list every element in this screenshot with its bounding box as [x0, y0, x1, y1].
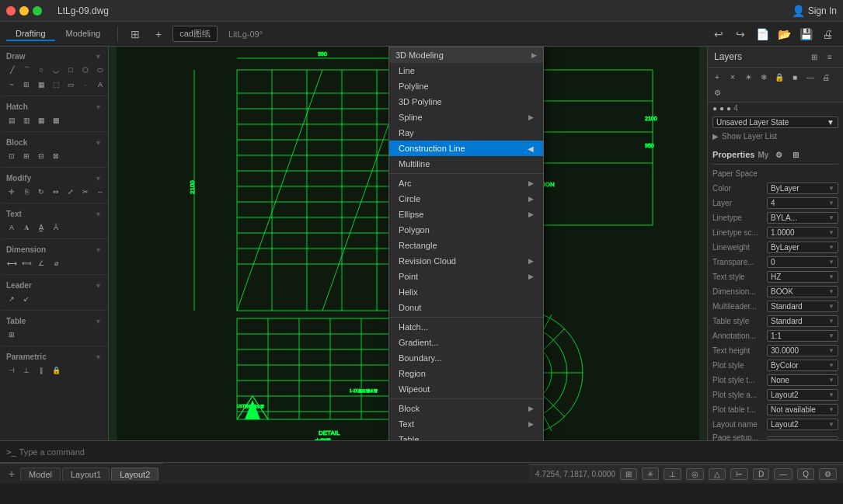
ctx-item-table[interactable]: Table... [389, 432, 543, 440]
props-value-6[interactable]: HZ▼ [767, 271, 838, 283]
tool-circle[interactable]: ○ [34, 63, 48, 77]
minimize-button[interactable] [19, 6, 29, 16]
props-value-8[interactable]: Standard▼ [767, 301, 838, 312]
layers-btn-2[interactable]: ≡ [823, 50, 837, 64]
tool-extend[interactable]: ↔ [93, 185, 107, 199]
layers-tool-color[interactable]: ■ [788, 70, 802, 84]
status-btn-qprops[interactable]: Q [797, 468, 814, 480]
tool-dim-4[interactable]: ⌀ [49, 256, 63, 270]
layers-tool-new[interactable]: + [710, 70, 724, 84]
layers-tool-print[interactable]: 🖨 [819, 70, 833, 84]
tool-param-4[interactable]: 🔒 [49, 363, 63, 377]
status-btn-snap[interactable]: ⊞ [620, 468, 637, 480]
tool-leader-1[interactable]: ↗ [5, 292, 19, 306]
props-value-12[interactable]: ByColor▼ [767, 360, 838, 371]
tool-dim-2[interactable]: ⟺ [19, 256, 33, 270]
layers-tool-settings[interactable]: ⚙ [710, 85, 724, 99]
props-value-9[interactable]: Standard▼ [767, 315, 838, 327]
props-value-7[interactable]: BOOK▼ [767, 286, 838, 297]
ctx-item-hatch[interactable]: Hatch... [389, 319, 543, 335]
ctx-item-donut[interactable]: Donut [389, 300, 543, 315]
layers-tool-on[interactable]: ☀ [741, 70, 755, 84]
ctx-item-ray[interactable]: Ray [389, 125, 543, 141]
ctx-item-polyline[interactable]: Polyline [389, 78, 543, 94]
ctx-item-circle[interactable]: Circle ▶ [389, 191, 543, 207]
ctx-item-point[interactable]: Point ▶ [389, 269, 543, 284]
tool-hatch[interactable]: ⊞ [19, 78, 33, 92]
ctx-item-3d-polyline[interactable]: 3D Polyline [389, 94, 543, 109]
tool-block-2[interactable]: ⊞ [19, 149, 33, 163]
tool-param-1[interactable]: ⊣ [5, 363, 19, 377]
toolbar-btn-grid[interactable]: ⊞ [126, 25, 145, 43]
ctx-item-rectangle[interactable]: Rectangle [389, 238, 543, 253]
toolbar-btn-open[interactable]: 📂 [775, 25, 793, 43]
tool-scale[interactable]: ⤢ [64, 185, 78, 199]
layers-tool-del[interactable]: × [726, 70, 740, 84]
layers-tool-linetype[interactable]: — [803, 70, 817, 84]
ctx-item-line[interactable]: Line [389, 63, 543, 78]
props-value-17[interactable] [767, 436, 838, 440]
maximize-button[interactable] [33, 6, 42, 16]
tool-trim[interactable]: ✂ [78, 185, 92, 199]
tool-rect[interactable]: □ [64, 63, 78, 77]
tool-text[interactable]: A [93, 78, 107, 92]
ctx-item-multiline[interactable]: Multiline [389, 156, 543, 172]
tool-hatch-4[interactable]: ▩ [49, 113, 63, 127]
tool-param-3[interactable]: ∥ [34, 363, 48, 377]
layout-tab-layout1[interactable]: Layout1 [62, 468, 110, 481]
canvas-area[interactable]: 2100 990 ELEVATION 立面图 3DX70红细铜水管 3DX70红… [109, 47, 707, 440]
ctx-item-spline[interactable]: Spline ▶ [389, 109, 543, 125]
ctx-item-gradient[interactable]: Gradient... [389, 335, 543, 350]
toolbar-btn-plus[interactable]: + [149, 25, 168, 43]
tool-block-1[interactable]: ⊡ [5, 149, 19, 163]
command-input[interactable] [19, 447, 837, 457]
tool-hatch-3[interactable]: ▦ [34, 113, 48, 127]
props-settings-btn[interactable]: ⚙ [772, 148, 786, 162]
tool-ellipse[interactable]: ⬭ [93, 63, 107, 77]
ctx-item-wipeout[interactable]: Wipeout [389, 381, 543, 397]
sign-in-button[interactable]: 👤 Sign In [792, 5, 837, 17]
tool-text-a[interactable]: A [5, 221, 19, 235]
ctx-item-helix[interactable]: Helix [389, 284, 543, 300]
layers-btn-1[interactable]: ⊞ [807, 50, 821, 64]
tool-mirror[interactable]: ⇔ [49, 185, 63, 199]
layout-tab-model[interactable]: Model [20, 468, 61, 481]
tool-dim-1[interactable]: ⟷ [5, 256, 19, 270]
tool-block-4[interactable]: ⊠ [49, 149, 63, 163]
status-btn-ortho[interactable]: ⊥ [664, 468, 681, 480]
layout-tab-layout2[interactable]: Layout2 [111, 468, 158, 481]
tool-region[interactable]: ▭ [64, 78, 78, 92]
ctx-item-block[interactable]: Block ▶ [389, 401, 543, 416]
tab-drafting[interactable]: Drafting [6, 27, 55, 41]
props-value-15[interactable]: Not available▼ [767, 404, 838, 415]
tool-block-3[interactable]: ⊟ [34, 149, 48, 163]
tool-point[interactable]: · [78, 78, 92, 92]
props-value-4[interactable]: ByLayer▼ [767, 242, 838, 253]
status-btn-otrack[interactable]: ⊢ [730, 468, 748, 480]
ctx-item-arc[interactable]: Arc ▶ [389, 176, 543, 191]
ctx-item-revision-cloud[interactable]: Revision Cloud ▶ [389, 253, 543, 269]
props-value-10[interactable]: 1:1▼ [767, 330, 838, 342]
layers-tool-lock[interactable]: 🔒 [772, 70, 786, 84]
tool-copy[interactable]: ⎘ [19, 185, 33, 199]
tool-polygon[interactable]: ⬡ [78, 63, 92, 77]
toolbar-btn-save[interactable]: 💾 [796, 25, 815, 43]
toolbar-btn-plot[interactable]: 🖨 [818, 25, 837, 43]
props-value-13[interactable]: None▼ [767, 374, 838, 386]
tab-modeling[interactable]: Modeling [57, 27, 110, 41]
toolbar-btn-undo[interactable]: ↩ [709, 25, 728, 43]
ctx-item-polygon[interactable]: Polygon [389, 222, 543, 238]
workspace-selector[interactable]: cad图纸 [172, 26, 218, 42]
ctx-item-construction-line[interactable]: Construction Line ◀ [389, 141, 543, 156]
ctx-item-region[interactable]: Region [389, 366, 543, 381]
ctx-item-ellipse[interactable]: Ellipse ▶ [389, 207, 543, 222]
props-value-11[interactable]: 30.0000▼ [767, 345, 838, 356]
tool-gradient[interactable]: ▦ [34, 78, 48, 92]
tool-leader-2[interactable]: ↙ [19, 292, 33, 306]
toolbar-btn-redo[interactable]: ↪ [731, 25, 750, 43]
ctx-item-text[interactable]: Text ▶ [389, 416, 543, 432]
tool-polyline[interactable]: ⌒ [19, 63, 33, 77]
ctx-header-3d-modeling[interactable]: 3D Modeling ▶ [389, 47, 543, 63]
props-value-1[interactable]: 4▼ [767, 197, 838, 209]
tool-text-b[interactable]: 𝐀 [19, 221, 33, 235]
